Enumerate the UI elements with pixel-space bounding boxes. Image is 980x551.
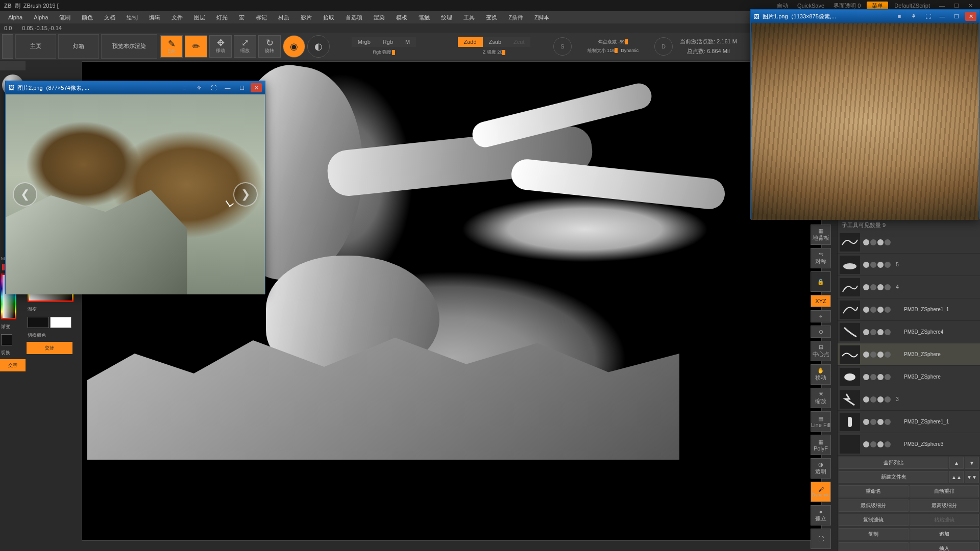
imgwin1-pin-icon[interactable]: ⚘ (193, 83, 205, 92)
imgwin2-titlebar[interactable]: 🖼 图片1.png（1133×875像素,... ≡ ⚘ ⛶ — ☐ ✕ (751, 10, 979, 23)
menu-layer[interactable]: 图层 (189, 13, 210, 22)
subtool-row[interactable]: PM3D_ZSphere1_1 (838, 411, 980, 433)
imgwin1-body[interactable]: ❮ ❯ (6, 94, 265, 294)
imgwin1-min-icon[interactable]: — (222, 83, 233, 92)
d-curve-icon[interactable]: D (654, 37, 673, 56)
menu-tool[interactable]: 工具 (458, 13, 480, 22)
imgwin2-min-icon[interactable]: — (937, 12, 948, 21)
menu-alpha[interactable]: Alpha (3, 13, 28, 21)
insert-button[interactable]: 插入 (910, 542, 979, 551)
menu-stencil[interactable]: 模板 (391, 13, 412, 22)
subtool-row[interactable]: PM3D_ZSphere4 (838, 321, 980, 343)
zoom-fit-button[interactable]: ⌖ (811, 310, 831, 322)
edit-mode-button[interactable]: ✎Edit (160, 35, 183, 58)
lock-button[interactable]: 🔒 (811, 271, 831, 292)
rotate-mode-button[interactable]: ↻旋转 (258, 35, 281, 58)
subtool-row[interactable] (838, 231, 980, 254)
prev-image-button[interactable]: ❮ (13, 182, 37, 207)
shelf-toggle[interactable] (2, 34, 13, 59)
sculptris-button[interactable]: ◐ (307, 35, 330, 58)
paste-filter-button[interactable]: 粘贴滤镜 (910, 514, 979, 526)
list-all-button[interactable]: 全部列出 (839, 457, 948, 469)
imgwin1-close-icon[interactable]: ✕ (251, 83, 262, 92)
move-down-button[interactable]: ▼ (965, 457, 979, 469)
highest-subdiv-button[interactable]: 最高级细分 (910, 499, 979, 512)
tab-home[interactable]: 主页 (15, 34, 56, 59)
subtool-row[interactable]: PM3D_ZSphere (838, 366, 980, 388)
copy-filter-button[interactable]: 复制滤镜 (839, 514, 909, 526)
subtool-row[interactable]: 5 (838, 254, 980, 276)
tab-lightbox[interactable]: 灯箱 (58, 34, 99, 59)
menu-marker[interactable]: 标记 (251, 13, 272, 22)
xyz-button[interactable]: XYZ (811, 295, 831, 307)
imgwin2-pin-icon[interactable]: ⚘ (908, 12, 919, 21)
default-script[interactable]: DefaultZScript (891, 3, 933, 9)
menu-material[interactable]: 材质 (273, 13, 295, 22)
subtool-list[interactable]: 5 4 PM3D_ZSphere1_1 PM3D_ZSphere4 PM3D_Z… (838, 231, 980, 456)
imgwin1-max-icon[interactable]: ☐ (236, 83, 248, 92)
subtool-row[interactable]: PM3D_ZSphere1_1 (838, 298, 980, 321)
swatch-black-2[interactable] (28, 317, 49, 328)
rename-button[interactable]: 重命名 (839, 485, 909, 497)
s-curve-icon[interactable]: S (553, 37, 572, 56)
swatch-black-1[interactable] (1, 334, 12, 345)
menu-macro[interactable]: 宏 (234, 13, 250, 22)
imgwin1-menu-icon[interactable]: ≡ (179, 83, 190, 92)
floor-button[interactable]: ▦地背板 (811, 224, 831, 245)
symmetry-button[interactable]: ⇋对称 (811, 248, 831, 268)
duplicate-button[interactable]: 复制 (839, 528, 909, 540)
polyframe-button[interactable]: ▦PolyF (811, 435, 831, 455)
next-image-button[interactable]: ❯ (233, 182, 258, 207)
menu-prefs[interactable]: 首选项 (340, 13, 368, 22)
subtool-row-selected[interactable]: PM3D_ZSphere (838, 343, 980, 366)
zadd-toggle[interactable]: Zadd (458, 37, 483, 47)
subtool-row[interactable]: PM3D_ZSphere3 (838, 433, 980, 456)
menu-brush[interactable]: 笔刷 (54, 13, 76, 22)
pan-button[interactable]: ✋移动 (811, 364, 831, 385)
image-window-1[interactable]: 🖼 图片2.png（877×574像素, ... ≡ ⚘ ⛶ — ☐ ✕ ❮ ❯ (5, 81, 265, 294)
rgb-toggle[interactable]: Rgb (377, 37, 399, 47)
move-top-button[interactable]: ▲▲ (949, 471, 964, 483)
menu-movie[interactable]: 影片 (296, 13, 317, 22)
subtool-row[interactable]: 3 (838, 388, 980, 411)
menu-edit[interactable]: 编辑 (144, 13, 165, 22)
auto-reorder-button[interactable]: 自动重排 (910, 485, 979, 497)
menu-zscript[interactable]: Z脚本 (529, 13, 554, 22)
imgwin2-full-icon[interactable]: ⛶ (922, 12, 934, 21)
menu-document[interactable]: 文档 (99, 13, 120, 22)
solo-dynamic-button[interactable]: 🖌Dynamic (811, 482, 831, 502)
dynamic-label[interactable]: Dynamic (621, 48, 639, 53)
menu-alpha2[interactable]: Alpha (29, 13, 53, 21)
menu-file[interactable]: 文件 (166, 13, 188, 22)
menu-render[interactable]: 渲染 (369, 13, 390, 22)
move-up-button[interactable]: ▲ (949, 457, 964, 469)
transparency-button[interactable]: ◑透明 (811, 458, 831, 479)
imgwin2-max-icon[interactable]: ☐ (951, 12, 962, 21)
swatch-white[interactable] (50, 317, 71, 328)
menu-stroke[interactable]: 笔触 (413, 13, 435, 22)
frame-button[interactable]: ⛶ (811, 529, 831, 549)
menu-light[interactable]: 灯光 (211, 13, 233, 22)
move-mode-button[interactable]: ✥移动 (209, 35, 232, 58)
center-button[interactable]: ⊞中心点 (811, 341, 831, 361)
image-window-2[interactable]: 🖼 图片1.png（1133×875像素,... ≡ ⚘ ⛶ — ☐ ✕ (750, 9, 980, 219)
menu-transform[interactable]: 变换 (481, 13, 502, 22)
imgwin2-body[interactable] (751, 23, 979, 220)
quicksave-button[interactable]: QuickSave (794, 3, 827, 9)
m-toggle[interactable]: M (399, 37, 416, 47)
ui-opacity[interactable]: 界面透明 0 (830, 2, 864, 10)
mrgb-toggle[interactable]: Mrgb (352, 37, 377, 47)
append-button[interactable]: 追加 (910, 528, 979, 540)
menu-draw[interactable]: 绘制 (121, 13, 143, 22)
draw-mode-button[interactable]: ✏ (185, 35, 207, 58)
imgwin2-close-icon[interactable]: ✕ (965, 12, 976, 21)
alt-button-2[interactable]: 交替 (27, 342, 72, 354)
gizmo-button[interactable]: ◉ (283, 35, 305, 58)
zsub-toggle[interactable]: Zsub (483, 37, 507, 47)
win-max-icon[interactable]: ☐ (951, 3, 962, 9)
menu-color[interactable]: 颜色 (77, 13, 98, 22)
zoom-actual-button[interactable]: ⊙ (811, 325, 831, 338)
zcut-toggle[interactable]: Zcut (507, 37, 530, 47)
menu-texture[interactable]: 纹理 (436, 13, 457, 22)
scale-view-button[interactable]: ⤧缩放 (811, 388, 831, 408)
